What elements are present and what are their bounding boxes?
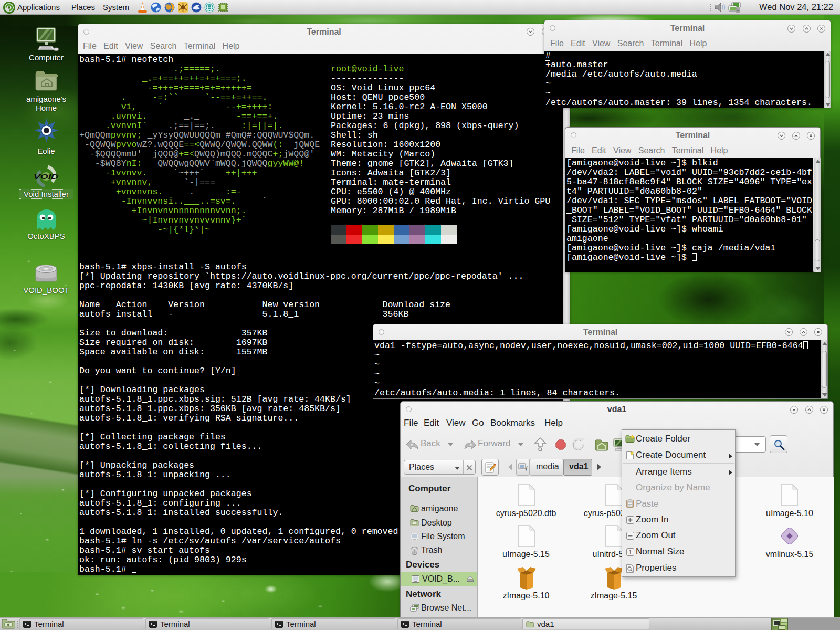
svg-text:1: 1 [629, 550, 632, 555]
svg-text:VOID: VOID [34, 173, 58, 181]
svg-text:/: / [526, 465, 528, 472]
